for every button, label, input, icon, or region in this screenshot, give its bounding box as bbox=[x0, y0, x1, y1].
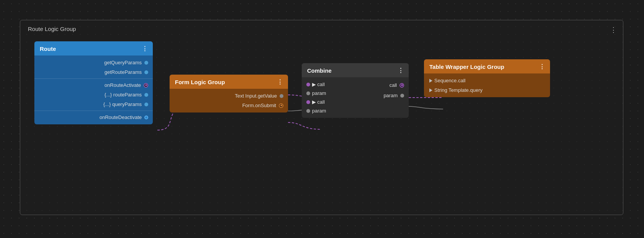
route-row-routeparams: {...} routeParams bbox=[34, 90, 153, 99]
form-logic-node-title: Form Logic Group bbox=[175, 79, 225, 85]
port-onrouteactivate[interactable] bbox=[144, 83, 148, 88]
table-row-seqcall: Sequence.call bbox=[424, 76, 550, 85]
port-queryparams[interactable] bbox=[144, 103, 148, 106]
arrow-strtemplate-icon bbox=[429, 88, 432, 92]
port-formonsubmit[interactable] bbox=[279, 103, 283, 108]
form-row-textinput: Text Input.getValue bbox=[170, 91, 288, 101]
form-logic-node: Form Logic Group ⋮ Text Input.getValue F… bbox=[170, 75, 288, 112]
port-combine-param-right[interactable] bbox=[400, 94, 404, 98]
table-wrapper-node: Table Wrapper Logic Group ⋮ Sequence.cal… bbox=[424, 59, 550, 97]
route-node: Route ⋮ getQueryParams getRouteParams on… bbox=[34, 41, 153, 124]
combine-row-param1-left: param bbox=[306, 90, 326, 96]
port-onroutedeactivate[interactable] bbox=[144, 116, 148, 119]
combine-row-call1-left: ▶ call bbox=[306, 82, 326, 87]
combine-node-menu[interactable]: ⋮ bbox=[398, 67, 404, 74]
combine-row-call-right: call bbox=[383, 82, 404, 88]
combine-node-header: Combine ⋮ bbox=[302, 63, 409, 77]
canvas: Route Logic Group ⋮ Route ⋮ getQueryPara… bbox=[0, 0, 644, 238]
route-row-getqueryparam: getQueryParams bbox=[34, 58, 153, 67]
port-getqueryparam[interactable] bbox=[144, 61, 148, 65]
route-node-title: Route bbox=[40, 46, 56, 52]
table-wrapper-node-body: Sequence.call String Template.query bbox=[424, 73, 550, 97]
form-row-onsubmit: Form.onSubmit bbox=[170, 101, 288, 110]
port-combine-param1-left[interactable] bbox=[306, 91, 310, 95]
port-combine-call-right[interactable] bbox=[400, 83, 404, 88]
route-row-queryparams: {...} queryParams bbox=[34, 99, 153, 109]
combine-row-call2-left: ▶ call bbox=[306, 99, 326, 105]
route-logic-group-menu-icon[interactable]: ⋮ bbox=[610, 26, 617, 34]
form-logic-node-body: Text Input.getValue Form.onSubmit bbox=[170, 89, 288, 112]
combine-node-body: ▶ call param ▶ call param bbox=[302, 77, 409, 118]
table-wrapper-node-menu[interactable]: ⋮ bbox=[539, 63, 545, 70]
combine-node-title: Combine bbox=[307, 67, 332, 74]
route-node-header: Route ⋮ bbox=[34, 41, 153, 55]
route-node-menu[interactable]: ⋮ bbox=[142, 45, 148, 52]
table-row-strtemplatequery: String Template.query bbox=[424, 85, 550, 95]
route-row-onroutedeactivate: onRouteDeactivate bbox=[34, 112, 153, 122]
combine-row-param-right: param bbox=[383, 93, 404, 98]
form-logic-node-menu[interactable]: ⋮ bbox=[277, 78, 283, 86]
port-routeparams[interactable] bbox=[144, 93, 148, 97]
port-combine-param2-left[interactable] bbox=[306, 109, 310, 113]
port-combine-call2-left[interactable] bbox=[306, 100, 310, 104]
combine-row-param2-left: param bbox=[306, 108, 326, 114]
port-combine-call1-left[interactable] bbox=[306, 83, 310, 86]
route-logic-group-label: Route Logic Group bbox=[28, 26, 76, 32]
table-wrapper-node-header: Table Wrapper Logic Group ⋮ bbox=[424, 59, 550, 73]
combine-node: Combine ⋮ ▶ call param ▶ call bbox=[302, 63, 409, 118]
table-wrapper-node-title: Table Wrapper Logic Group bbox=[429, 64, 504, 70]
arrow-seqcall-icon bbox=[429, 79, 432, 83]
port-getrouteparam[interactable] bbox=[144, 70, 148, 74]
route-node-body: getQueryParams getRouteParams onRouteAct… bbox=[34, 55, 153, 124]
port-textinput[interactable] bbox=[280, 94, 283, 98]
route-row-onrouteactivate: onRouteActivate bbox=[34, 80, 153, 90]
form-logic-node-header: Form Logic Group ⋮ bbox=[170, 75, 288, 89]
route-row-getrouteparam: getRouteParams bbox=[34, 67, 153, 77]
